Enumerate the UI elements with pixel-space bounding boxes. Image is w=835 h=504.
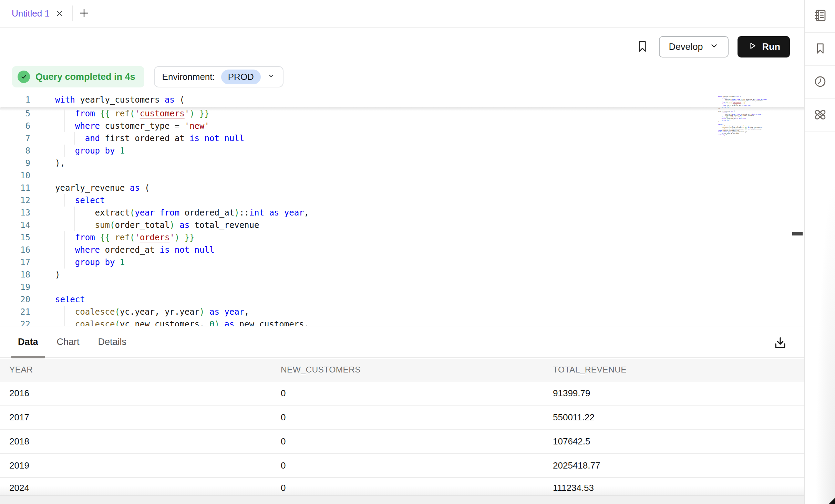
column-header-new_customers[interactable]: NEW_CUSTOMERS [271,359,544,381]
code-line-9[interactable]: 9), [0,157,804,169]
minimap[interactable]: with yearly_customers as ( select extrac… [718,96,767,138]
code-text: coalesce(yc.year, yr.year) as year, [55,306,249,318]
table-cell: 2018 [0,430,271,453]
table-cell: 107642.5 [544,430,804,453]
column-header-year[interactable]: YEAR [0,359,271,381]
tab-data[interactable]: Data [11,326,45,358]
play-icon [747,41,757,53]
download-button[interactable] [771,334,789,353]
sticky-scroll-line[interactable]: 1with yearly_customers as ( [0,94,804,107]
line-number: 11 [0,182,30,194]
develop-dropdown[interactable]: Develop [659,36,728,57]
new-tab-button[interactable] [79,0,90,27]
code-body[interactable]: 5 from {{ ref('customers') }}6 where cus… [0,107,804,326]
code-text: select [55,194,105,207]
query-status-text: Query completed in 4s [35,72,135,82]
line-number: 9 [0,157,30,169]
results-tab-bar: DataChartDetails [0,326,804,358]
check-icon [18,71,30,83]
line-number: 20 [0,293,30,306]
code-line-14[interactable]: 14 sum(order_total) as total_revenue [0,219,804,231]
column-header-total_revenue[interactable]: TOTAL_REVENUE [544,359,804,381]
scrollbar-marker[interactable] [792,232,803,235]
code-line-12[interactable]: 12 select [0,194,804,207]
code-line-16[interactable]: 16 where ordered_at is not null [0,244,804,256]
code-text: sum(order_total) as total_revenue [55,219,259,231]
bookmark-icon [813,42,827,57]
code-text: extract(year from ordered_at)::int as ye… [55,207,309,219]
line-number: 13 [0,207,30,219]
tab-label: Untitled 1 [12,8,50,19]
close-icon[interactable] [55,9,64,18]
table-row[interactable]: 20180107642.5 [0,430,804,454]
line-number: 7 [0,132,30,145]
main-area: Untitled 1 Develop [0,0,805,504]
environment-label: Environment: [162,72,215,82]
code-line-13[interactable]: 13 extract(year from ordered_at)::int as… [0,207,804,219]
line-number: 17 [0,256,30,269]
code-line-11[interactable]: 11yearly_revenue as ( [0,182,804,194]
run-button[interactable]: Run [738,36,790,57]
tab-chart[interactable]: Chart [50,326,86,358]
toolbar: Develop Run [0,28,804,66]
code-line-22[interactable]: 22 coalesce(yc.new_customers, 0) as new_… [0,318,804,326]
resize-corner [829,498,835,504]
query-status-badge: Query completed in 4s [12,66,144,87]
app-window: Untitled 1 Develop [0,0,835,504]
horizontal-scrollbar[interactable] [0,495,804,504]
code-line-19[interactable]: 19 [0,281,804,293]
table-row[interactable]: 20240111234.53 [0,478,804,496]
code-line-15[interactable]: 15 from {{ ref('orders') }} [0,231,804,244]
bookmark-icon [635,38,650,56]
code-line-20[interactable]: 20select [0,293,804,306]
table-header-row: YEARNEW_CUSTOMERSTOTAL_REVENUE [0,359,804,381]
line-number: 21 [0,306,30,318]
code-line-21[interactable]: 21 coalesce(yc.year, yr.year) as year, [0,306,804,318]
table-cell: 0 [271,406,544,429]
line-number: 8 [0,145,30,157]
compass-panel-button[interactable] [805,99,835,132]
table-cell: 0 [271,454,544,477]
code-line-8[interactable]: 8 group by 1 [0,145,804,157]
tab-untitled-1[interactable]: Untitled 1 [0,0,72,27]
compass-sparkle-icon [813,107,827,123]
table-row[interactable]: 201902025418.77 [0,454,804,478]
code-line-7[interactable]: 7 and first_ordered_at is not null [0,132,804,145]
table-cell: 2016 [0,381,271,405]
code-text: yearly_revenue as ( [55,182,150,194]
code-text: with yearly_customers as ( [55,94,185,106]
line-number: 1 [0,94,30,106]
line-number: 12 [0,194,30,207]
environment-selector[interactable]: Environment: PROD [154,66,284,87]
results-panel: DataChartDetails YEARNEW_CUSTOMERSTOTAL_… [0,326,804,504]
code-text: from {{ ref('orders') }} [55,231,195,244]
bookmarks-panel-button[interactable] [805,33,835,66]
code-text: where customer_type = 'new' [55,120,209,132]
code-editor[interactable]: 5 from {{ ref('customers') }}6 where cus… [0,94,804,326]
bookmark-button[interactable] [635,38,650,56]
table-row[interactable]: 20170550011.22 [0,406,804,430]
tab-details[interactable]: Details [91,326,134,358]
code-text: ) [55,269,60,281]
notebook-icon [813,8,827,24]
code-line-10[interactable]: 10 [0,169,804,182]
table-cell: 0 [271,381,544,405]
minimap-line: order by 1 [718,134,767,135]
table-cell: 0 [271,478,544,496]
develop-label: Develop [669,42,703,52]
line-number: 10 [0,169,30,182]
history-panel-button[interactable] [805,66,835,99]
run-label: Run [762,42,780,52]
line-number: 22 [0,318,30,326]
code-line-17[interactable]: 17 group by 1 [0,256,804,269]
code-line-1[interactable]: 1with yearly_customers as ( [0,94,804,106]
code-text: select [55,293,85,306]
table-row[interactable]: 2016091399.79 [0,381,804,406]
code-line-18[interactable]: 18) [0,269,804,281]
line-number: 16 [0,244,30,256]
table-cell: 111234.53 [544,478,804,496]
code-line-6[interactable]: 6 where customer_type = 'new' [0,120,804,132]
notebook-panel-button[interactable] [805,0,835,33]
sticky-scroll-shadow [0,107,804,111]
line-number: 14 [0,219,30,231]
